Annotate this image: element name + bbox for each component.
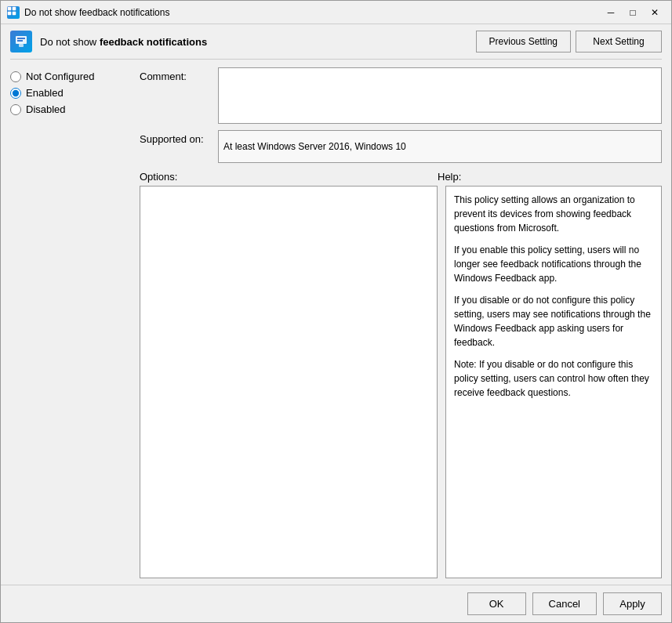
right-panel: Comment: Supported on: At least Windows … [140,67,662,578]
comment-label: Comment: [140,67,218,82]
comment-textarea[interactable] [218,67,662,124]
help-paragraph: If you disable or do not configure this … [454,293,653,350]
left-panel: Not Configured Enabled Disabled [10,67,140,578]
svg-rect-3 [13,11,16,15]
help-label: Help: [438,171,662,183]
main-window: Do not show feedback notifications ─ □ ✕… [0,0,672,623]
svg-rect-0 [8,6,12,10]
bottom-area: This policy setting allows an organizati… [140,186,662,578]
svg-rect-1 [13,6,16,10]
options-panel [140,186,438,578]
cancel-button[interactable]: Cancel [532,592,597,615]
next-setting-button[interactable]: Next Setting [576,31,662,53]
ok-button[interactable]: OK [467,592,526,615]
svg-rect-6 [17,40,23,42]
svg-rect-7 [19,44,24,47]
radio-disabled-input[interactable] [10,104,21,115]
supported-section: Supported on: At least Windows Server 20… [140,130,662,163]
radio-not-configured-input[interactable] [10,71,21,82]
radio-group: Not Configured Enabled Disabled [10,71,132,115]
svg-rect-2 [8,11,12,15]
radio-enabled-label: Enabled [26,87,64,99]
title-bar-text: Do not show feedback notifications [24,7,601,18]
bottom-labels: Options: Help: [140,171,662,186]
help-paragraph: If you enable this policy setting, users… [454,243,653,285]
radio-not-configured[interactable]: Not Configured [10,71,132,82]
title-bar-controls: ─ □ ✕ [601,5,665,20]
footer: OK Cancel Apply [1,585,671,622]
comment-section: Comment: [140,67,662,124]
supported-value: At least Windows Server 2016, Windows 10 [218,130,662,163]
radio-disabled[interactable]: Disabled [10,103,132,115]
close-button[interactable]: ✕ [645,5,665,20]
options-box [140,186,438,578]
radio-enabled-input[interactable] [10,88,21,99]
header-title: Do not show feedback notifications [40,36,476,48]
radio-enabled[interactable]: Enabled [10,87,132,99]
content-area: Do not show feedback notifications Previ… [1,24,671,585]
radio-disabled-label: Disabled [26,103,66,115]
options-label: Options: [140,171,438,183]
apply-button[interactable]: Apply [603,592,662,615]
help-paragraph: This policy setting allows an organizati… [454,193,653,235]
previous-setting-button[interactable]: Previous Setting [476,31,571,53]
settings-area: Not Configured Enabled Disabled Comm [10,67,662,578]
title-bar: Do not show feedback notifications ─ □ ✕ [1,1,671,24]
help-paragraph: Note: If you disable or do not configure… [454,357,653,400]
policy-icon [10,31,32,53]
minimize-button[interactable]: ─ [601,5,621,20]
header-row: Do not show feedback notifications Previ… [10,31,662,60]
header-buttons: Previous Setting Next Setting [476,31,662,53]
window-icon [7,6,20,19]
svg-rect-5 [17,38,25,39]
supported-label: Supported on: [140,130,218,145]
help-panel: This policy setting allows an organizati… [445,186,662,578]
help-box: This policy setting allows an organizati… [445,186,662,578]
radio-not-configured-label: Not Configured [26,71,94,82]
maximize-button[interactable]: □ [623,5,643,20]
